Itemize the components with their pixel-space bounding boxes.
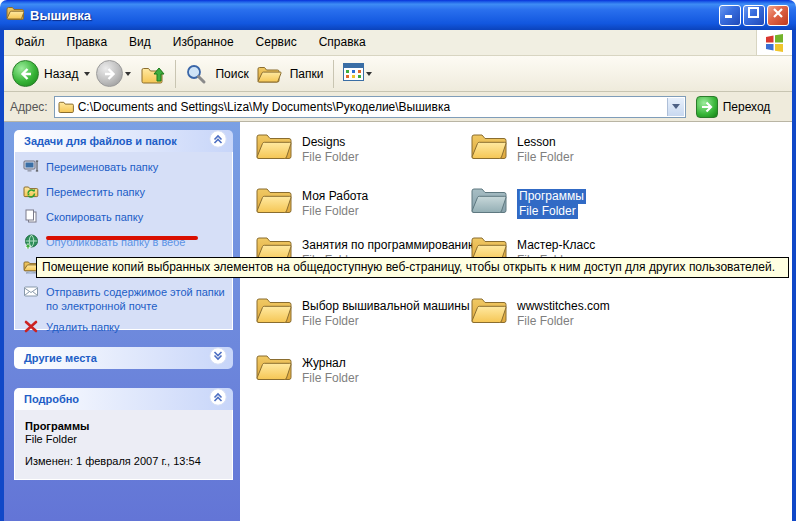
file-tasks-panel: Задачи для файлов и папок Переименовать … [14,130,233,330]
folder-name: Журнал [302,356,346,371]
task-label: Скопировать папку [46,210,143,224]
folder-tile-programmy-selected[interactable]: ПрограммыFile Folder [470,184,680,228]
folder-type: File Folder [302,150,359,165]
address-dropdown-button[interactable] [667,98,684,116]
folders-label: Папки [290,67,324,81]
task-label: Переместить папку [46,185,145,199]
folder-icon[interactable] [255,294,295,338]
menu-file[interactable]: Файл [4,30,56,55]
collapse-chevron-icon[interactable] [209,388,227,410]
publish-web-icon [23,234,41,253]
folder-icon[interactable] [255,130,295,174]
windows-logo-icon [756,30,792,55]
address-input[interactable]: C:\Documents and Settings\Liza\My Docume… [54,96,686,118]
other-places-header[interactable]: Другие места [14,347,233,369]
folder-name: Программы [517,189,586,204]
explorer-window: Вышивка Файл Правка Вид Избранное Сервис… [0,0,796,521]
task-email-folder[interactable]: Отправить содержимое этой папки по элект… [23,285,228,313]
search-button[interactable]: Поиск [182,63,252,85]
menu-tools[interactable]: Сервис [245,30,308,55]
folder-name: Занятия по программированию [302,238,477,253]
address-label: Адрес: [10,100,48,114]
folder-tile-lesson[interactable]: LessonFile Folder [470,130,680,174]
folder-type: File Folder [302,204,359,219]
file-tasks-body: Переименовать папку Переместить папку Ск… [14,152,233,330]
menu-bar: Файл Правка Вид Избранное Сервис Справка [4,30,792,56]
folder-tile-zhurnal[interactable]: ЖурналFile Folder [255,351,465,395]
folder-type: File Folder [517,204,578,219]
address-bar: Адрес: C:\Documents and Settings\Liza\My… [4,92,792,122]
chevron-down-icon [672,104,680,109]
details-body: Программы File Folder Изменен: 1 февраля… [14,410,233,480]
menu-help[interactable]: Справка [308,30,377,55]
close-button[interactable] [767,5,789,26]
folder-name: Выбор вышивальной машины [302,299,470,314]
publish-web-tooltip: Помещение копий выбранных элементов на о… [36,257,789,278]
window-folder-icon [6,5,24,25]
back-button[interactable]: Назад [12,60,96,87]
toolbar: Назад Поиск Папки [4,56,792,92]
folder-tile-wwwstitches[interactable]: wwwstitches.comFile Folder [470,294,680,338]
folder-icon[interactable] [470,130,510,174]
task-move-folder[interactable]: Переместить папку [23,185,228,203]
go-button[interactable]: Переход [696,96,771,118]
folder-name: wwwstitches.com [517,299,610,314]
up-button[interactable] [140,62,166,86]
delete-icon [23,319,41,338]
folder-name: Моя Работа [302,189,368,204]
copy-icon [23,209,41,228]
folder-icon[interactable] [470,294,510,338]
forward-icon [96,60,123,87]
menu-edit[interactable]: Правка [56,30,119,55]
window-title: Вышивка [30,8,91,23]
email-icon [23,284,41,303]
folder-tile-designs[interactable]: DesignsFile Folder [255,130,465,174]
folder-tile-vybor-mashiny[interactable]: Выбор вышивальной машиныFile Folder [255,294,465,338]
views-dropdown-icon[interactable] [366,72,372,76]
folder-tile-moya-rabota[interactable]: Моя РаботаFile Folder [255,184,465,228]
task-rename-folder[interactable]: Переименовать папку [23,160,228,178]
folder-name: Lesson [517,135,556,150]
expand-chevron-icon[interactable] [209,347,227,369]
folder-icon-selected[interactable] [470,184,510,228]
details-item-type: File Folder [25,433,224,445]
details-item-name: Программы [25,420,224,432]
collapse-chevron-icon[interactable] [209,130,227,152]
move-icon [23,184,41,203]
red-underline-annotation [46,236,198,240]
other-places-panel: Другие места [14,347,233,369]
views-button[interactable] [340,59,381,88]
details-header[interactable]: Подробно [14,388,233,410]
folder-type: File Folder [517,314,574,329]
folder-icon[interactable] [255,351,295,395]
folders-button[interactable]: Папки [253,63,328,85]
views-icon [343,63,364,84]
menu-favorites[interactable]: Избранное [162,30,245,55]
task-copy-folder[interactable]: Скопировать папку [23,210,228,228]
folders-icon [256,63,282,85]
forward-button[interactable] [96,60,137,87]
folder-icon[interactable] [255,184,295,228]
content-area: Задачи для файлов и папок Переименовать … [4,122,792,521]
forward-dropdown-icon[interactable] [125,72,131,76]
address-folder-icon [58,100,74,114]
details-title: Подробно [24,393,79,405]
title-bar[interactable]: Вышивка [0,0,796,30]
menu-view[interactable]: Вид [118,30,162,55]
details-item-modified: Изменен: 1 февраля 2007 г., 13:54 [25,455,224,467]
task-delete-folder[interactable]: Удалить папку [23,320,228,338]
details-panel: Подробно Программы File Folder Изменен: … [14,388,233,480]
file-tasks-header[interactable]: Задачи для файлов и папок [14,130,233,152]
minimize-button[interactable] [719,5,741,26]
task-label: Отправить содержимое этой папки по элект… [46,285,228,313]
go-label: Переход [723,100,771,114]
folder-view[interactable]: DesignsFile Folder LessonFile Folder Моя… [240,122,792,521]
maximize-button[interactable] [743,5,765,26]
go-icon [696,96,718,118]
toolbar-separator [333,60,334,88]
back-dropdown-icon[interactable] [84,72,90,76]
task-label: Переименовать папку [46,160,158,174]
search-icon [185,63,207,85]
folder-type: File Folder [302,314,359,329]
other-places-title: Другие места [24,352,97,364]
